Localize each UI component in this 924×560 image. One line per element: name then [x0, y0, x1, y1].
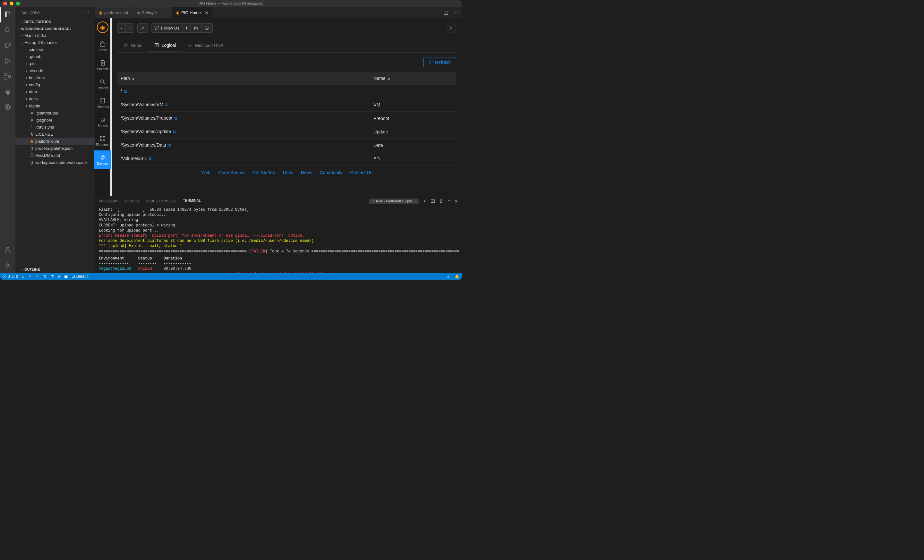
copy-icon[interactable]: ⧉	[168, 143, 171, 148]
status-check-icon[interactable]: ✓	[28, 274, 32, 279]
column-path[interactable]: Path◆	[121, 76, 374, 81]
status-feedback-icon[interactable]: ☺	[446, 274, 450, 279]
pio-nav-projects[interactable]: Projects	[94, 56, 111, 75]
copy-icon[interactable]: ⧉	[148, 156, 152, 161]
pio-nav-boards[interactable]: Boards	[94, 112, 111, 132]
tree-item--gitattributes[interactable]: ◆.gitattributes	[15, 109, 95, 117]
footer-link-contact-us[interactable]: Contact Us	[350, 170, 372, 175]
user-avatar[interactable]	[446, 23, 456, 33]
activity-settings[interactable]	[0, 258, 15, 273]
tree-item-readme-md[interactable]: ⓘREADME.md	[15, 152, 95, 159]
footer-link-get-started[interactable]: Get Started	[252, 170, 275, 175]
facebook-button[interactable]: f	[183, 24, 191, 32]
tree-item-data[interactable]: ›data	[15, 88, 95, 95]
close-panel-icon[interactable]: ✕	[454, 199, 458, 204]
status-trash-icon[interactable]: 🗑	[43, 274, 47, 279]
split-editor-icon[interactable]	[443, 10, 448, 15]
status-errors[interactable]: ⓧ0 ⚠0	[3, 274, 18, 279]
nav-forward-button[interactable]: ›	[126, 24, 134, 32]
editor-tab-settings[interactable]: ≡Settings	[134, 7, 172, 18]
status-bell-icon[interactable]: 🔔	[454, 274, 459, 279]
tree-item-buildroot[interactable]: ›buildroot	[15, 74, 95, 81]
terminal-output[interactable]: Flash: [====== ] 58.8% (used 149274 byte…	[95, 206, 462, 273]
activity-run[interactable]	[0, 53, 15, 69]
activity-search[interactable]	[0, 22, 15, 38]
tree-item-docs[interactable]: ›docs	[15, 95, 95, 102]
activity-scm[interactable]	[0, 38, 15, 53]
copy-icon[interactable]: ⧉	[124, 89, 127, 94]
tree-item--gitignore[interactable]: ◆.gitignore	[15, 117, 95, 123]
tree-item-process-palette-json[interactable]: {}process-palette.json	[15, 145, 95, 152]
panel-tab-output[interactable]: OUTPUT	[125, 199, 139, 203]
open-editors-header[interactable]: › OPEN EDITORS	[15, 19, 95, 25]
footer-link-community[interactable]: Community	[320, 170, 343, 175]
maximize-panel-icon[interactable]: ⌃	[447, 199, 451, 204]
status-plug-icon[interactable]: ⎘	[58, 274, 60, 279]
follow-us-button[interactable]: Follow Us	[152, 24, 183, 32]
tree-item-marlin[interactable]: ›Marlin	[15, 102, 95, 109]
activity-marlin[interactable]: ⓜ	[0, 99, 15, 115]
more-actions-icon[interactable]: ⋯	[453, 10, 458, 16]
pio-nav-devices[interactable]: Devices	[94, 150, 111, 169]
tree-item--travis-yml[interactable]: !.travis.yml	[15, 123, 95, 130]
close-tab-icon[interactable]: ✕	[205, 10, 208, 15]
device-tab-serial[interactable]: Serial	[117, 39, 148, 52]
tree-item-workspace-code-workspace[interactable]: {}workspace.code-workspace	[15, 159, 95, 166]
outline-header[interactable]: › OUTLINE	[15, 267, 95, 272]
tree-item-marlin-2-0-x[interactable]: ›Marlin-2.0.x	[15, 32, 95, 39]
copy-icon[interactable]: ⧉	[165, 102, 168, 107]
window-close-button[interactable]	[3, 1, 7, 6]
footer-link-docs[interactable]: Docs	[283, 170, 293, 175]
copy-icon[interactable]: ⧉	[174, 116, 177, 121]
github-button[interactable]	[201, 24, 212, 32]
status-arrow-icon[interactable]: →	[35, 274, 39, 279]
device-tab-logical[interactable]: Logical	[148, 39, 182, 52]
tree-item--pio[interactable]: ›.pio	[15, 60, 95, 67]
tree-item--vscode[interactable]: ›.vscode	[15, 67, 95, 74]
activity-pio[interactable]: ◉	[0, 84, 15, 99]
tree-item-hictop-d3-master[interactable]: ⌄Hictop-D3-master	[15, 39, 95, 46]
trash-icon[interactable]	[439, 199, 443, 203]
footer-link-news[interactable]: News	[301, 170, 312, 175]
pio-nav-platforms[interactable]: Platforms	[94, 132, 111, 150]
pio-logo-icon[interactable]: ◉	[97, 21, 108, 33]
copy-icon[interactable]: ⧉	[173, 129, 176, 134]
window-maximize-button[interactable]	[16, 1, 20, 6]
status-beaker-icon[interactable]: ⚗	[51, 274, 54, 279]
workspace-header[interactable]: › WORKSPACE (WORKSPACE)	[15, 26, 95, 32]
fullscreen-button[interactable]: ⤢	[137, 23, 148, 33]
footer-link-web[interactable]: Web	[201, 170, 211, 175]
tree-item--github[interactable]: ›.github	[15, 53, 95, 60]
panel-tab-problems[interactable]: PROBLEMS	[99, 199, 118, 203]
linkedin-button[interactable]: in	[191, 24, 201, 32]
status-home-icon[interactable]: ⌂	[22, 274, 24, 279]
pio-nav-home[interactable]: Home	[94, 37, 111, 56]
footer-link-open-source[interactable]: Open Source	[218, 170, 245, 175]
pio-nav-libraries[interactable]: Libraries	[94, 94, 111, 112]
svg-rect-4	[5, 73, 7, 76]
activity-explorer[interactable]	[0, 7, 15, 22]
panel-tab-debug-console[interactable]: DEBUG CONSOLE	[146, 199, 177, 203]
window-minimize-button[interactable]	[10, 1, 14, 6]
editor-tab-platformio-ini[interactable]: ◉platformio.ini	[95, 7, 134, 18]
panel-tab-terminal[interactable]: TERMINAL	[183, 199, 201, 204]
activity-account[interactable]	[0, 242, 15, 258]
status-bar: ⓧ0 ⚠0 ⌂ ✓ → 🗑 ⚗ ⎘ ▣ ☑ Default ☺ 🔔	[0, 273, 462, 280]
status-env[interactable]: ☑ Default	[72, 274, 88, 279]
refresh-button[interactable]: Refresh	[423, 57, 456, 67]
new-terminal-icon[interactable]: ＋	[423, 198, 427, 204]
explorer-more-icon[interactable]: ⋯	[84, 10, 90, 16]
tree-item-license[interactable]: §LICENSE	[15, 130, 95, 138]
tree-item--circleci[interactable]: ›.circleci	[15, 46, 95, 53]
pio-nav-inspect[interactable]: Inspect	[94, 75, 111, 94]
activity-extensions[interactable]	[0, 69, 15, 84]
status-terminal-icon[interactable]: ▣	[64, 274, 68, 279]
nav-back-button[interactable]: ‹	[118, 24, 126, 32]
terminal-selector[interactable]: 3: Task - PlatformIO: Uplo ⌄	[369, 199, 418, 204]
tree-item-platformio-ini[interactable]: ◉platformio.ini	[15, 138, 95, 145]
editor-tab-pio-home[interactable]: ◉PIO Home✕	[172, 7, 213, 18]
device-tab-multicast-dns[interactable]: Multicast DNS	[182, 39, 230, 52]
split-terminal-icon[interactable]	[430, 199, 435, 203]
column-name[interactable]: Name◆	[374, 76, 453, 81]
tree-item-config[interactable]: ›config	[15, 81, 95, 88]
